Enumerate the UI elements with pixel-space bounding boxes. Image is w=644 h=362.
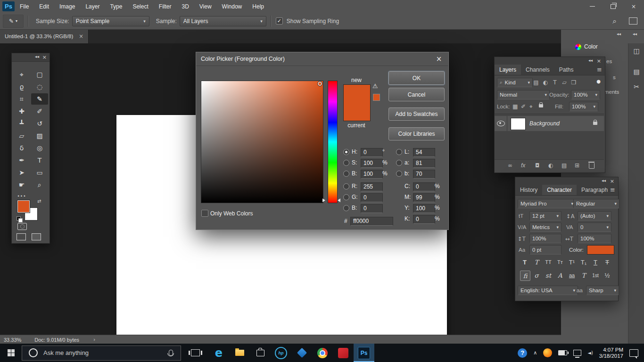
r-input[interactable]: 255 [361,182,383,191]
rectangular-marquee-tool[interactable]: ▢ [31,69,48,80]
new-adjustment-layer-icon[interactable]: ◐ [548,162,553,169]
opacity-dropdown[interactable]: 100% ▾ [571,90,600,99]
panel-collapse-icon[interactable]: ◂◂ [602,178,606,183]
crop-tool[interactable]: ⌗ [13,93,30,105]
lock-image-icon[interactable]: ✐ [521,103,526,110]
dodge-tool[interactable]: ◎ [31,142,48,154]
menu-3d[interactable]: 3D [176,3,194,10]
menu-type[interactable]: Type [105,3,127,10]
lock-position-icon[interactable]: ⌖ [529,103,533,110]
gamut-color-swatch[interactable] [373,94,380,101]
menu-edit[interactable]: Edit [34,3,54,10]
default-colors-icon[interactable] [18,218,23,222]
hue-slider-marker[interactable] [338,198,340,202]
vertical-scale-input[interactable]: 100% [529,234,561,243]
search-icon[interactable]: ⌕ [613,17,617,25]
blend-mode-dropdown[interactable]: Normal ▾ [497,90,550,99]
filter-pixel-layers-icon[interactable]: ▤ [532,79,540,86]
tab-channels[interactable]: Channels [521,65,554,75]
all-caps-button[interactable]: TT [544,257,553,267]
color-field-marker[interactable] [317,81,322,86]
panel-collapse-icon[interactable]: ◂◂ [35,54,39,59]
saturation-brightness-field[interactable] [201,81,323,203]
status-options-chevron-icon[interactable]: › [93,337,95,343]
layer-style-fx-icon[interactable]: fx [521,162,525,169]
faux-bold-button[interactable]: T [520,257,529,267]
lasso-tool[interactable]: ϱ [13,81,30,92]
tray-app-icon[interactable] [543,348,552,357]
type-tool[interactable]: T [31,155,48,166]
baseline-shift-input[interactable]: 0 pt [529,245,561,255]
discretionary-ligatures-button[interactable]: st [544,271,553,280]
workspace-switcher-icon[interactable] [629,17,637,25]
add-to-swatches-button[interactable]: Add to Swatches [388,107,445,121]
l-input[interactable]: 54 [413,148,435,157]
font-size-dropdown[interactable]: 12 pt ▾ [529,211,561,221]
lock-all-icon[interactable] [539,104,543,107]
font-style-dropdown[interactable]: Regular ▾ [573,199,619,208]
tab-close-icon[interactable]: × [79,33,83,40]
cortana-search-box[interactable]: Ask me anything [22,346,181,361]
quick-mask-mode-button[interactable] [17,223,27,230]
lab-l-radio[interactable] [396,149,402,155]
saturation-radio[interactable] [343,160,349,166]
tab-character[interactable]: Character [542,185,577,195]
menu-image[interactable]: Image [54,3,80,10]
document-tab[interactable]: Untitled-1 @ 33.3% (RGB/8) × [0,29,89,43]
action-center-icon[interactable] [629,349,638,357]
menu-select[interactable]: Select [127,3,153,10]
menu-help[interactable]: Help [247,3,269,10]
dock-collapse-icon[interactable]: ◂◂ [633,32,637,36]
new-layer-icon[interactable]: ⊞ [575,162,579,169]
strikethrough-button[interactable]: T [603,257,612,267]
taskbar-store[interactable] [250,344,271,362]
s-input[interactable]: 100 [361,159,383,168]
color-libraries-button[interactable]: Color Libraries [388,127,445,140]
battery-icon[interactable] [558,350,567,355]
ligatures-button[interactable]: fi [520,271,530,281]
tab-history[interactable]: History [515,185,542,195]
g-input[interactable]: 0 [361,193,383,202]
filter-shape-layers-icon[interactable]: ▱ [561,79,568,86]
tab-paragraph[interactable]: Paragraph [577,185,612,195]
tab-paths[interactable]: Paths [554,65,578,75]
volume-icon[interactable]: ◄) [587,350,593,355]
b3-input[interactable]: 70 [413,170,435,179]
panel-menu-icon[interactable]: ≡ [610,186,615,193]
hue-radio[interactable] [343,149,349,155]
blue-radio[interactable] [343,205,349,211]
dialog-close-button[interactable]: × [434,52,444,66]
filter-type-layers-icon[interactable]: T [551,79,559,86]
b2-input[interactable]: 0 [361,204,383,213]
window-restore-button[interactable] [603,0,623,13]
current-color-swatch[interactable] [344,103,370,121]
taskbar-app[interactable] [291,344,312,362]
ok-button[interactable]: OK [388,71,445,85]
task-view-button[interactable] [185,344,206,362]
layer-name[interactable]: Background [529,120,560,127]
lab-a-radio[interactable] [396,160,402,166]
character-panel-header[interactable]: ◂◂ × [515,177,618,185]
cancel-button[interactable]: Cancel [388,88,445,101]
faux-italic-button[interactable]: T [532,257,541,267]
b-input[interactable]: 100 [361,170,383,179]
brightness-radio[interactable] [343,171,349,177]
collapsed-panel-icon[interactable]: ✂ [632,83,641,91]
m-input[interactable]: 99 [413,193,435,202]
filter-adjustment-layers-icon[interactable]: ◐ [542,79,549,86]
contextual-alternates-button[interactable]: σ [532,271,541,280]
show-sampling-ring-checkbox[interactable]: ✓ [276,17,283,25]
hand-tool[interactable]: ☛ [13,179,30,190]
pen-tool[interactable]: ✒ [13,155,30,166]
add-layer-mask-icon[interactable]: ◘ [535,162,540,169]
help-icon[interactable]: ? [518,348,527,358]
tools-panel-header[interactable]: ◂◂ × [12,53,50,62]
lock-transparency-icon[interactable]: ▦ [512,103,518,110]
gradient-tool[interactable]: ▨ [31,130,48,141]
y-input[interactable]: 100 [413,204,435,213]
taskbar-red-app[interactable] [333,344,354,362]
stylistic-alternates-button[interactable]: aa [567,271,577,280]
layer-thumbnail[interactable] [511,118,526,130]
filter-toggle-icon[interactable]: ● [596,79,601,84]
gamut-warning-icon[interactable]: ⚠ [372,82,378,90]
